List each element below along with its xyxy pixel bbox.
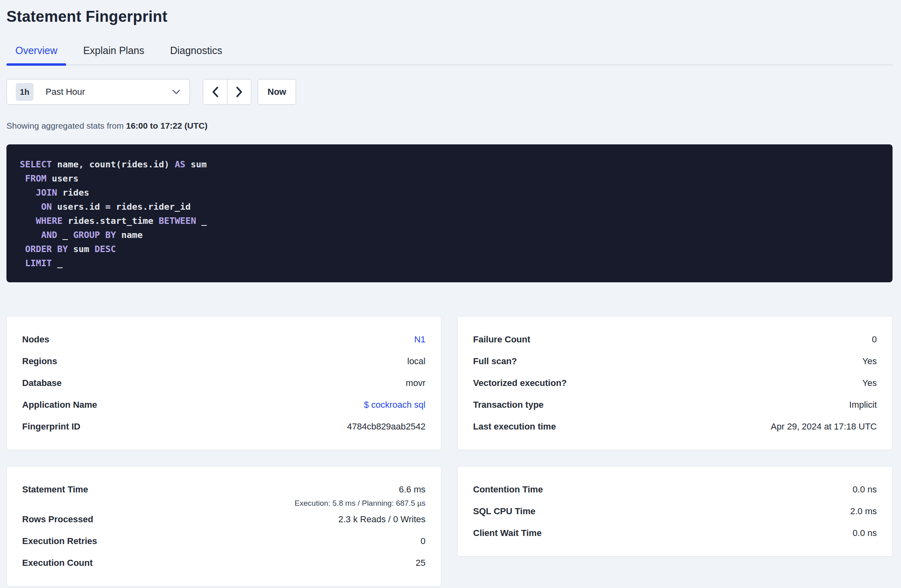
summary-cards: NodesN1RegionslocalDatabasemovrApplicati… <box>6 316 893 586</box>
aggregated-stats-prefix: Showing aggregated stats from <box>6 121 126 130</box>
row-value: 2.0 ms <box>850 500 877 522</box>
row-label: Regions <box>22 350 57 372</box>
card-row: Application Name$ cockroach sql <box>22 394 425 416</box>
row-value: 0 <box>872 329 877 350</box>
row-label: Execution Retries <box>22 530 97 552</box>
time-range-label: Past Hour <box>46 87 172 97</box>
execution-attributes-card: Failure Count0Full scan?YesVectorized ex… <box>457 316 893 450</box>
row-value: 6.6 ms <box>294 479 425 500</box>
aggregated-stats-caption: Showing aggregated stats from 16:00 to 1… <box>6 121 893 131</box>
tab-diagnostics[interactable]: Diagnostics <box>161 41 231 65</box>
row-value: 0 <box>421 530 425 552</box>
time-range-dropdown[interactable]: 1h Past Hour <box>6 79 190 105</box>
row-label: Vectorized execution? <box>473 372 567 394</box>
sql-statement-box: SELECT name, count(rides.id) AS sum FROM… <box>6 144 893 282</box>
wait-times-card: Contention Time0.0 nsSQL CPU Time2.0 msC… <box>457 466 893 557</box>
card-row: Databasemovr <box>22 372 425 394</box>
row-value: 4784cb829aab2542 <box>347 416 425 438</box>
row-value: Yes <box>862 372 877 394</box>
row-value-wrap: N1 <box>414 329 425 350</box>
card-row: Contention Time0.0 ns <box>473 479 877 500</box>
row-value: Apr 29, 2024 at 17:18 UTC <box>771 416 877 438</box>
card-row: Full scan?Yes <box>473 350 877 372</box>
row-label: Rows Processed <box>22 509 93 530</box>
row-value: Implicit <box>849 394 877 416</box>
sql-line: ON users.id = rides.rider_id <box>20 200 879 214</box>
now-button[interactable]: Now <box>258 79 296 105</box>
aggregated-stats-range: 16:00 to 17:22 (UTC) <box>126 121 208 130</box>
row-value: 2.3 k Reads / 0 Writes <box>338 509 425 530</box>
row-label: Database <box>22 372 62 394</box>
row-label: Contention Time <box>473 479 543 500</box>
card-row: Transaction typeImplicit <box>473 394 877 416</box>
tab-overview[interactable]: Overview <box>6 41 66 65</box>
row-value-wrap: Yes <box>862 350 877 372</box>
row-value-wrap: 4784cb829aab2542 <box>347 416 425 438</box>
next-time-window-button[interactable] <box>227 79 251 104</box>
sql-line: JOIN rides <box>20 186 879 200</box>
sql-line: WHERE rides.start_time BETWEEN _ <box>20 214 879 228</box>
sql-line: AND _ GROUP BY name <box>20 228 879 242</box>
card-row: Vectorized execution?Yes <box>473 372 877 394</box>
card-row: Rows Processed2.3 k Reads / 0 Writes <box>22 509 425 530</box>
row-value-wrap: local <box>407 350 425 372</box>
card-row: Last execution timeApr 29, 2024 at 17:18… <box>473 416 877 438</box>
row-label: Fingerprint ID <box>22 416 80 438</box>
row-value: 0.0 ns <box>853 522 877 544</box>
tab-bar: Overview Explain Plans Diagnostics <box>6 41 893 65</box>
statement-fingerprint-page: Statement Fingerprint Overview Explain P… <box>0 0 901 586</box>
sql-line: SELECT name, count(rides.id) AS sum <box>20 157 879 171</box>
row-value: local <box>407 350 425 372</box>
row-subvalue: Execution: 5.8 ms / Planning: 687.5 µs <box>294 498 425 509</box>
row-value: Yes <box>862 350 877 372</box>
statement-details-card: NodesN1RegionslocalDatabasemovrApplicati… <box>6 316 441 450</box>
card-row: Regionslocal <box>22 350 425 372</box>
row-label: Transaction type <box>473 394 544 416</box>
row-label: Failure Count <box>473 329 530 350</box>
card-row: Execution Count25 <box>22 552 425 574</box>
row-label: Statement Time <box>22 479 88 500</box>
card-row: SQL CPU Time2.0 ms <box>473 500 877 522</box>
row-value-wrap: 0 <box>421 530 425 552</box>
chevron-down-icon <box>172 89 181 95</box>
row-label: Application Name <box>22 394 97 416</box>
row-value-link[interactable]: $ cockroach sql <box>364 394 425 416</box>
row-value-link[interactable]: N1 <box>414 329 425 350</box>
row-value-wrap: Yes <box>862 372 877 394</box>
row-value-wrap: $ cockroach sql <box>364 394 425 416</box>
time-window-arrows <box>203 79 251 105</box>
row-value-wrap: 0 <box>872 329 877 350</box>
row-label: Full scan? <box>473 350 517 372</box>
row-label: Last execution time <box>473 416 556 438</box>
row-value: 0.0 ns <box>853 479 877 500</box>
row-label: Client Wait Time <box>473 522 542 544</box>
time-picker-row: 1h Past Hour <box>6 79 893 105</box>
sql-line: LIMIT _ <box>20 256 879 270</box>
row-label: Nodes <box>22 329 49 350</box>
sql-line: ORDER BY sum DESC <box>20 242 879 256</box>
row-value-wrap: 2.3 k Reads / 0 Writes <box>338 509 425 530</box>
page-title: Statement Fingerprint <box>6 8 893 25</box>
chevron-left-icon <box>211 86 219 98</box>
time-range-badge: 1h <box>16 83 33 101</box>
row-value-wrap: Apr 29, 2024 at 17:18 UTC <box>771 416 877 438</box>
row-label: SQL CPU Time <box>473 500 535 522</box>
card-row: Execution Retries0 <box>22 530 425 552</box>
row-value-wrap: 6.6 msExecution: 5.8 ms / Planning: 687.… <box>294 479 425 509</box>
row-value-wrap: 25 <box>416 552 425 574</box>
row-value-wrap: 0.0 ns <box>853 479 877 500</box>
row-value: 25 <box>416 552 425 574</box>
row-value: movr <box>406 372 425 394</box>
chevron-right-icon <box>235 86 243 98</box>
card-row: Statement Time6.6 msExecution: 5.8 ms / … <box>22 479 425 509</box>
row-value-wrap: 2.0 ms <box>850 500 877 522</box>
row-value-wrap: 0.0 ns <box>853 522 877 544</box>
statement-times-card: Statement Time6.6 msExecution: 5.8 ms / … <box>6 466 441 586</box>
tab-explain-plans[interactable]: Explain Plans <box>74 41 153 65</box>
sql-code: SELECT name, count(rides.id) AS sum FROM… <box>20 157 879 270</box>
card-row: Fingerprint ID4784cb829aab2542 <box>22 416 425 438</box>
prev-time-window-button[interactable] <box>203 79 227 104</box>
card-row: Client Wait Time0.0 ns <box>473 522 877 544</box>
card-row: Failure Count0 <box>473 329 877 350</box>
card-row: NodesN1 <box>22 329 425 350</box>
